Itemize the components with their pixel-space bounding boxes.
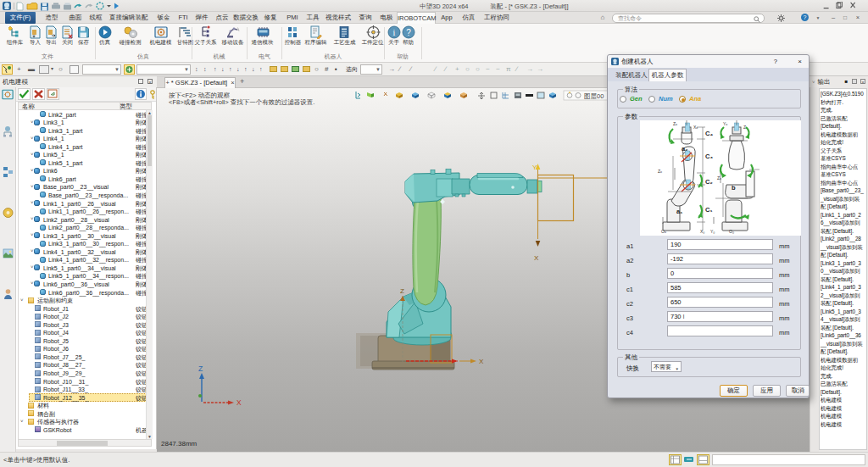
svg-text:Xₒ: Xₒ xyxy=(693,125,698,130)
svg-text:b: b xyxy=(732,184,736,192)
svg-text:X: X xyxy=(479,358,484,365)
svg-text:?: ? xyxy=(406,28,411,37)
svg-text:Z: Z xyxy=(198,364,203,373)
svg-text:Y₀: Y₀ xyxy=(710,229,715,234)
svg-text:C₃: C₃ xyxy=(705,153,713,160)
svg-text:C₂: C₂ xyxy=(705,178,713,186)
svg-text:O₀: O₀ xyxy=(729,229,734,234)
svg-text:Oₒ: Oₒ xyxy=(661,229,666,234)
svg-text:X: X xyxy=(534,254,539,262)
svg-text:X₀: X₀ xyxy=(700,229,704,234)
svg-text:a₂: a₂ xyxy=(682,145,688,153)
svg-text:X: X xyxy=(236,398,242,407)
svg-text:C₁: C₁ xyxy=(705,206,713,214)
svg-text:Y: Y xyxy=(532,164,537,171)
svg-text:Zₒ: Zₒ xyxy=(673,121,677,126)
svg-text:Zₒ: Zₒ xyxy=(658,169,662,174)
svg-text:C₄: C₄ xyxy=(705,130,713,137)
svg-text:i: i xyxy=(393,28,396,37)
svg-text:a₁: a₁ xyxy=(676,208,682,215)
svg-text:Yₒ: Yₒ xyxy=(723,121,727,126)
svg-text:Z: Z xyxy=(400,287,404,295)
